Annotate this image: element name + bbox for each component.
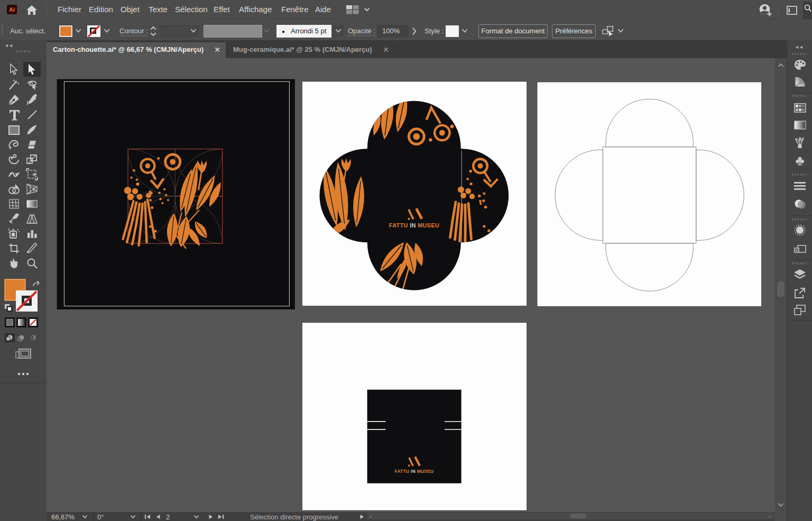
svg-text:FATTU IN MUSEU: FATTU IN MUSEU: [395, 469, 434, 474]
svg-text:FATTU IN MUSEU: FATTU IN MUSEU: [389, 222, 439, 228]
